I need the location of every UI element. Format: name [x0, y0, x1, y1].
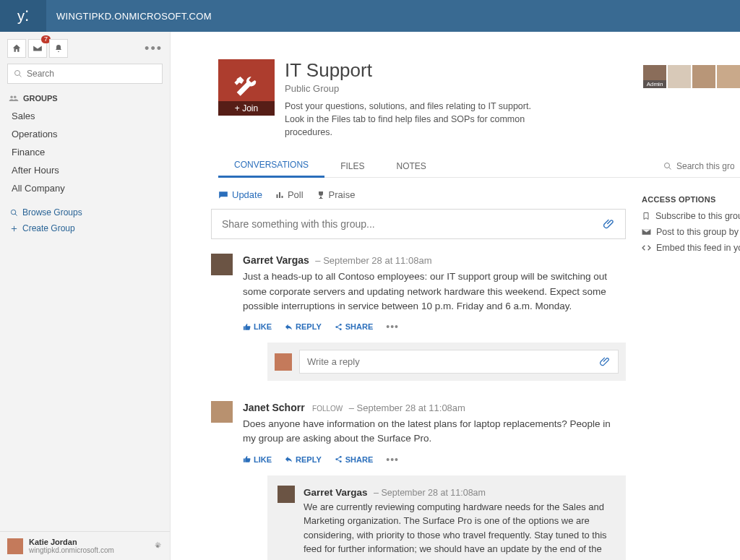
reply-button[interactable]: REPLY: [285, 322, 322, 331]
share-icon: [335, 323, 343, 331]
bell-icon[interactable]: [49, 39, 68, 58]
groups-header: GROUPS: [0, 84, 170, 107]
svg-rect-11: [276, 194, 278, 198]
svg-point-4: [11, 210, 15, 214]
svg-line-10: [669, 167, 671, 169]
access-panel: ACCESS OPTIONS Subscribe to this group P…: [633, 189, 740, 560]
reply-author[interactable]: Garret Vargas: [304, 487, 368, 498]
reply-time: – September 28 at 11:08am: [374, 488, 486, 498]
user-org: wingtipkd.onmicrosoft.com: [29, 546, 114, 554]
group-description: Post your questions, solutions, and file…: [285, 100, 545, 139]
composer[interactable]: [211, 209, 626, 239]
member-avatar[interactable]: [717, 65, 740, 88]
browse-groups-link[interactable]: Browse Groups: [10, 204, 160, 220]
current-user[interactable]: Katie Jordan wingtipkd.onmicrosoft.com: [0, 531, 170, 560]
search-icon: [14, 69, 22, 78]
inbox-icon[interactable]: 7: [28, 39, 47, 58]
topbar: y⁚ WINGTIPKD.ONMICROSOFT.COM: [0, 0, 740, 32]
tab-notes[interactable]: NOTES: [380, 155, 442, 178]
more-icon[interactable]: •••: [386, 321, 399, 332]
thumb-icon: [243, 323, 251, 331]
compose-poll-tab[interactable]: Poll: [275, 189, 304, 200]
user-name: Katie Jordan: [29, 538, 114, 546]
people-icon: [9, 95, 19, 102]
sidebar-item-sales[interactable]: Sales: [0, 107, 170, 125]
avatar[interactable]: [211, 401, 233, 423]
svg-rect-13: [281, 196, 283, 198]
member-strip: [643, 59, 740, 139]
like-button[interactable]: LIKE: [243, 322, 272, 331]
create-group-link[interactable]: Create Group: [10, 220, 160, 236]
reply: Garret Vargas – September 28 at 11:08am …: [267, 475, 626, 560]
post-time: – September 28 at 11:08am: [315, 255, 431, 266]
compose-praise-tab[interactable]: Praise: [317, 189, 356, 200]
share-button[interactable]: SHARE: [335, 322, 374, 331]
share-button[interactable]: SHARE: [335, 455, 374, 464]
attach-icon[interactable]: [600, 356, 611, 367]
access-embed[interactable]: Embed this feed in your site: [642, 243, 740, 253]
bookmark-icon: [642, 212, 650, 220]
svg-point-3: [14, 96, 17, 99]
avatar: [7, 538, 23, 554]
sidebar-item-allcompany[interactable]: All Company: [0, 179, 170, 197]
svg-line-17: [337, 324, 340, 326]
post-time: – September 28 at 11:08am: [349, 402, 465, 413]
join-button[interactable]: + Join: [218, 101, 275, 116]
org-name: WINGTIPKD.ONMICROSOFT.COM: [46, 11, 212, 22]
yammer-logo[interactable]: y⁚: [0, 0, 46, 32]
avatar[interactable]: [211, 254, 233, 275]
tab-bar: CONVERSATIONS FILES NOTES: [218, 155, 740, 178]
follow-link[interactable]: FOLLOW: [312, 405, 343, 413]
like-button[interactable]: LIKE: [243, 455, 272, 464]
svg-point-2: [10, 96, 13, 99]
svg-line-22: [337, 457, 340, 459]
search-input[interactable]: [7, 64, 163, 84]
reply-button[interactable]: REPLY: [285, 455, 322, 464]
post-author[interactable]: Janet Schorr: [243, 402, 305, 413]
sidebar-item-operations[interactable]: Operations: [0, 125, 170, 143]
post-body: Does anyone have information on the late…: [243, 417, 626, 447]
svg-line-1: [20, 75, 22, 77]
attach-icon[interactable]: [603, 218, 615, 230]
poll-icon: [275, 191, 284, 199]
content: + Join IT Support Public Group Post your…: [171, 32, 740, 560]
reply-composer[interactable]: [267, 343, 626, 381]
more-icon[interactable]: •••: [145, 41, 163, 56]
mail-icon: [642, 228, 651, 236]
sidebar-item-afterhours[interactable]: After Hours: [0, 161, 170, 179]
group-search[interactable]: [663, 161, 734, 171]
trophy-icon: [317, 191, 325, 199]
member-avatar-admin[interactable]: [643, 65, 666, 88]
tab-conversations[interactable]: CONVERSATIONS: [218, 155, 324, 178]
group-type: Public Group: [285, 83, 633, 94]
svg-line-5: [15, 213, 17, 215]
access-subscribe[interactable]: Subscribe to this group: [642, 211, 740, 221]
home-icon[interactable]: [7, 39, 26, 58]
speech-icon: [218, 191, 228, 199]
svg-line-23: [337, 460, 340, 461]
access-email[interactable]: Post to this group by email: [642, 227, 740, 237]
sidebar-item-finance[interactable]: Finance: [0, 143, 170, 161]
tab-files[interactable]: FILES: [324, 155, 380, 178]
compose-update-tab[interactable]: Update: [218, 189, 262, 200]
embed-icon: [642, 244, 651, 251]
svg-rect-12: [279, 192, 280, 198]
svg-point-9: [665, 163, 670, 168]
access-header: ACCESS OPTIONS: [642, 195, 740, 204]
reply-icon: [285, 323, 293, 331]
reply-body: We are currently reviewing computing har…: [304, 500, 616, 560]
search-icon: [663, 162, 672, 171]
tools-icon: [232, 73, 261, 102]
more-icon[interactable]: •••: [386, 454, 399, 465]
group-image: + Join: [218, 59, 275, 116]
avatar: [275, 353, 292, 371]
svg-point-0: [15, 71, 20, 76]
member-avatar[interactable]: [692, 65, 715, 88]
svg-line-18: [337, 327, 340, 329]
post: Janet Schorr FOLLOW – September 28 at 11…: [171, 381, 633, 560]
gear-icon[interactable]: [152, 541, 163, 551]
sidebar: 7 ••• GROUPS Sales Operations Finance Af…: [0, 32, 171, 560]
post-author[interactable]: Garret Vargas: [243, 254, 309, 266]
member-avatar[interactable]: [668, 65, 691, 88]
avatar[interactable]: [278, 486, 295, 503]
